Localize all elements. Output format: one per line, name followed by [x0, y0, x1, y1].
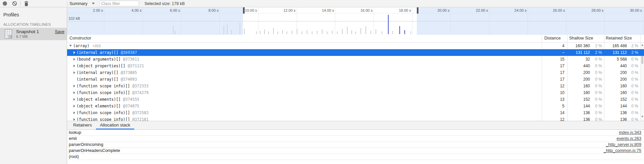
- trash-icon[interactable]: [24, 1, 29, 6]
- retained-size-percent: 2 %: [627, 49, 640, 56]
- selected-size-label: Selected size: 178 kB: [144, 1, 185, 6]
- constructor-cell: (function scope info)[]@372333: [67, 83, 548, 89]
- class-filter-input[interactable]: [99, 1, 139, 6]
- function-name: parserOnIncoming: [67, 142, 103, 147]
- selection-start-handle[interactable]: [243, 7, 245, 14]
- selection-end-handle[interactable]: [417, 7, 418, 14]
- source-location-link[interactable]: index.js:343: [619, 130, 641, 136]
- distance-cell: 13: [542, 96, 564, 103]
- allocation-bar: [342, 29, 343, 34]
- snapshot-save-link[interactable]: Save: [55, 29, 65, 34]
- expand-arrow-icon[interactable]: [73, 91, 75, 94]
- table-row[interactable]: (function scope info)[]@372583141360 %13…: [67, 109, 644, 116]
- constructor-name: (function scope info)[]: [77, 84, 130, 88]
- distance-cell: 17: [542, 76, 564, 83]
- allocation-bar: [337, 31, 338, 34]
- column-header-retained-size[interactable]: Retained Size: [606, 36, 632, 40]
- allocation-bar: [327, 31, 328, 34]
- retained-size-cell: 160: [604, 89, 627, 96]
- clear-all-icon[interactable]: [12, 1, 17, 6]
- scrollbar-up-icon[interactable]: [641, 44, 643, 46]
- expand-arrow-icon[interactable]: [73, 111, 75, 114]
- table-row[interactable]: (function scope info)[]@372333121600 %16…: [67, 83, 644, 89]
- function-name: emit: [67, 136, 77, 141]
- retained-size-percent: 0 %: [627, 56, 640, 63]
- perspective-select[interactable]: Summary: [69, 1, 95, 6]
- expand-arrow-icon[interactable]: [73, 118, 75, 121]
- retained-size-percent: 0 %: [627, 116, 640, 121]
- perspective-select-value: Summary: [69, 1, 87, 6]
- constructor-name: (object elements)[]: [77, 97, 121, 102]
- retained-size-cell: 131 112: [604, 49, 627, 56]
- panel-divider: [67, 1, 67, 6]
- sidebar-item-snapshot-1[interactable]: % Snapshot 1 6.7 MB Save: [0, 28, 67, 40]
- allocation-stack-list: lookupindex.js:343emitevents.js:263parse…: [67, 130, 644, 164]
- table-row[interactable]: (object properties)[]@371121174400 %4400…: [67, 63, 644, 69]
- main-toolbar: Summary Selected size: 178 kB: [69, 0, 185, 7]
- retained-size-cell: 5 568: [604, 56, 627, 63]
- tab-retainers[interactable]: Retainers: [69, 121, 96, 130]
- ruler-tick-label: 4.00 s: [132, 8, 143, 12]
- allocation-bar: [278, 31, 278, 34]
- expand-arrow-icon[interactable]: [73, 105, 75, 107]
- retained-size-cell: 200: [604, 76, 627, 83]
- expand-arrow-icon[interactable]: [73, 51, 75, 54]
- allocation-bar: [307, 30, 307, 34]
- column-header-shallow-size[interactable]: Shallow Size: [569, 36, 593, 40]
- record-icon[interactable]: [3, 1, 7, 6]
- allocation-timeline-overview[interactable]: 2.00 s4.00 s6.00 s8.00 s10.00 s12.00 s14…: [67, 7, 644, 35]
- allocation-bar: [347, 27, 348, 34]
- ruler-tick-label: 26.00 s: [553, 8, 566, 12]
- table-row[interactable]: (internal array)[]@373885172000 %2000 %: [67, 69, 644, 76]
- table-row[interactable]: (object elements)[]@37407551440 %1440 %: [67, 103, 644, 109]
- constructor-name: (function scope info)[]: [77, 90, 130, 95]
- expand-arrow-icon[interactable]: [73, 85, 75, 87]
- table-row[interactable]: (bound arguments)[]@37361115320 %5 5680 …: [67, 56, 644, 63]
- allocation-bar: [410, 31, 411, 34]
- allocation-bar: [282, 30, 283, 34]
- expand-arrow-icon[interactable]: [73, 65, 75, 67]
- snapshot-title: Snapshot 1: [16, 29, 39, 34]
- column-header-distance[interactable]: Distance: [544, 36, 561, 40]
- ruler-tick-label: 30.00 s: [630, 8, 643, 12]
- object-id: @372333: [132, 84, 148, 88]
- profiles-heading: Profiles: [3, 12, 19, 17]
- allocation-bar: [388, 15, 389, 34]
- scrollbar-down-icon[interactable]: [641, 116, 643, 117]
- expand-arrow-icon[interactable]: [73, 98, 75, 101]
- source-location-link[interactable]: _http_server.js:809: [606, 142, 641, 148]
- table-row[interactable]: (internal array)[]@369387–131 1122 %131 …: [67, 49, 644, 56]
- distance-cell: 12: [542, 116, 564, 121]
- retained-size-percent: 0 %: [627, 63, 640, 69]
- object-id: @372583: [132, 110, 148, 115]
- source-location-link[interactable]: _http_common.js:75: [603, 148, 641, 154]
- constructor-name: (object elements)[]: [77, 104, 121, 108]
- table-row[interactable]: (object elements)[]@374555131520 %1520 %: [67, 96, 644, 103]
- tab-allocation-stack[interactable]: Allocation stack: [96, 121, 134, 130]
- column-header-constructor[interactable]: Constructor: [69, 36, 91, 40]
- allocation-bar: [322, 29, 323, 34]
- constructor-cell: (function scope info)[]@372181: [67, 116, 548, 121]
- expand-arrow-icon[interactable]: [73, 58, 75, 61]
- object-id: @374093: [121, 77, 137, 82]
- table-row[interactable]: (array)×3154160 3602 %165 4882 %: [67, 43, 644, 49]
- retained-size-percent: 0 %: [627, 89, 640, 96]
- constructor-name: (internal array)[]: [77, 50, 118, 55]
- toolbar-divider: [20, 1, 20, 6]
- ruler-tick-label: 14.00 s: [322, 8, 335, 12]
- column-divider: [542, 35, 542, 42]
- object-id: @374555: [123, 97, 139, 102]
- table-row[interactable]: (internal array)[]@374093172000 %2000 %: [67, 76, 644, 83]
- source-location-link[interactable]: events.js:263: [616, 136, 641, 142]
- allocation-bar: [399, 26, 400, 34]
- collapse-arrow-icon[interactable]: [69, 45, 72, 47]
- object-id: @373885: [121, 70, 137, 75]
- devtools-memory-panel: Summary Selected size: 178 kB Profiles A…: [0, 0, 644, 164]
- allocation-bar: [287, 31, 287, 34]
- table-row[interactable]: (function scope info)[]@372181121360 %13…: [67, 116, 644, 121]
- allocation-bar: [273, 28, 274, 34]
- expand-arrow-icon[interactable]: [73, 71, 75, 74]
- shallow-size-cell: 440: [567, 63, 590, 69]
- table-row[interactable]: (function scope info)[]@374279101600 %16…: [67, 89, 644, 96]
- allocation-bar: [297, 29, 297, 34]
